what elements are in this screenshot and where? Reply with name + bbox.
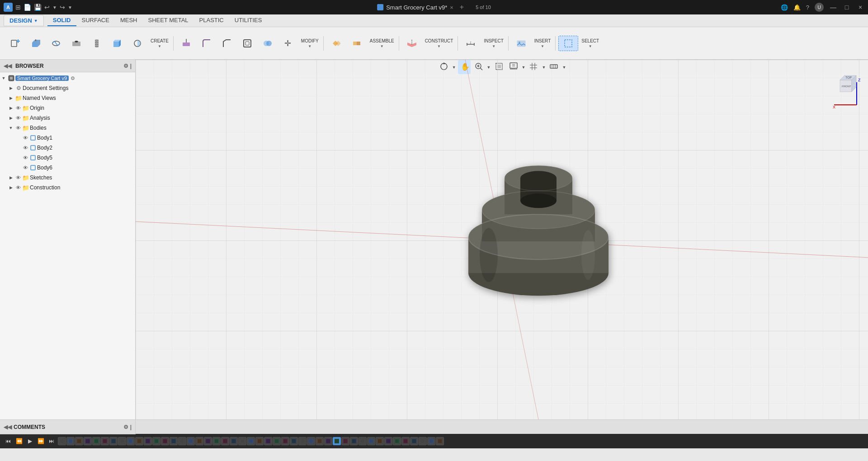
analysis-toggle[interactable]: ▶ (7, 114, 14, 122)
offset-plane-btn[interactable] (402, 36, 422, 51)
timeline-step-15[interactable] (187, 437, 195, 445)
root-settings-icon[interactable]: ⚙ (71, 75, 75, 81)
insert-dropdown-btn[interactable]: INSERT ▼ (532, 37, 554, 50)
maximize-btn[interactable]: □ (843, 3, 851, 11)
timeline-step-17[interactable] (204, 437, 212, 445)
named-views-toggle[interactable]: ▶ (7, 94, 14, 102)
construction-visibility-icon[interactable]: 👁 (14, 184, 22, 191)
undo-icon[interactable]: ↩ (44, 4, 50, 11)
assemble-dropdown-btn[interactable]: ASSEMBLE ▼ (367, 37, 397, 50)
browser-settings-icon[interactable]: ⚙ (123, 63, 128, 69)
back-arrow2-icon[interactable]: ◀◀ (4, 424, 12, 430)
body1-visibility-icon[interactable]: 👁 (22, 134, 29, 141)
timeline-step-13[interactable] (170, 437, 178, 445)
shell-btn[interactable] (237, 36, 257, 51)
timeline-step-16[interactable] (195, 437, 203, 445)
tree-item-sketches[interactable]: ▶ 👁 📁 Sketches (0, 173, 135, 183)
timeline-step-1[interactable] (66, 437, 75, 445)
undo-dropdown-icon[interactable]: ▼ (52, 5, 57, 10)
chamfer-btn[interactable] (217, 36, 237, 51)
body6-visibility-icon[interactable]: 👁 (22, 164, 29, 171)
bodies-visibility-icon[interactable]: 👁 (14, 124, 22, 132)
design-button[interactable]: DESIGN ▼ (4, 15, 44, 26)
construct-dropdown-btn[interactable]: CONSTRUCT ▼ (422, 37, 456, 50)
origin-visibility-icon[interactable]: 👁 (14, 104, 22, 112)
comments-settings-icon[interactable]: ⚙ (123, 424, 128, 430)
timeline-step-23[interactable] (255, 437, 264, 445)
notifications-icon[interactable]: 🔔 (793, 4, 801, 11)
comments-expand-icon[interactable]: | (130, 424, 132, 430)
save-icon[interactable]: 💾 (34, 4, 42, 11)
move-btn[interactable]: ✛ (278, 36, 298, 51)
timeline-step-24[interactable] (264, 437, 272, 445)
timeline-step-38[interactable] (384, 437, 392, 445)
help-icon[interactable]: ? (806, 4, 809, 11)
timeline-step-8[interactable] (127, 437, 135, 445)
timeline-step-32[interactable] (333, 437, 341, 445)
tab-utilities[interactable]: UTILITIES (229, 15, 268, 26)
timeline-step-14[interactable] (178, 437, 186, 445)
timeline-step-0[interactable] (58, 437, 66, 445)
insert-image-btn[interactable] (511, 36, 531, 51)
tree-item-origin[interactable]: ▶ 👁 📁 Origin (0, 103, 135, 113)
back-arrow-icon[interactable]: ◀◀ (4, 63, 12, 69)
measure-btn[interactable] (461, 36, 481, 51)
tab-sheet-metal[interactable]: SHEET METAL (142, 15, 193, 26)
tree-item-named-views[interactable]: ▶ 📁 Named Views (0, 93, 135, 103)
joint2-btn[interactable] (347, 36, 367, 51)
timeline-step-41[interactable] (410, 437, 418, 445)
tab-solid[interactable]: SOLID (47, 15, 76, 26)
timeline-play-btn[interactable]: ▶ (25, 437, 34, 446)
create-dropdown-btn[interactable]: CREATE ▼ (148, 37, 171, 50)
timeline-step-25[interactable] (273, 437, 281, 445)
tree-item-doc-settings[interactable]: ▶ ⚙ Document Settings (0, 83, 135, 93)
origin-toggle[interactable]: ▶ (7, 104, 14, 112)
timeline-step-26[interactable] (281, 437, 289, 445)
combine-btn[interactable] (258, 36, 278, 51)
doc-settings-toggle[interactable]: ▶ (7, 85, 14, 92)
fillet-btn[interactable] (197, 36, 217, 51)
timeline-step-36[interactable] (367, 437, 375, 445)
minimize-btn[interactable]: — (829, 3, 837, 11)
timeline-step-9[interactable] (135, 437, 143, 445)
bodies-toggle[interactable]: ▼ (7, 124, 14, 132)
tree-item-body1[interactable]: 👁 Body1 (0, 133, 135, 143)
timeline-step-10[interactable] (144, 437, 152, 445)
tab-plastic[interactable]: PLASTIC (194, 15, 229, 26)
tab-surface[interactable]: SURFACE (76, 15, 115, 26)
extrude-btn[interactable] (26, 36, 46, 51)
timeline-step-22[interactable] (247, 437, 255, 445)
timeline-step-19[interactable] (221, 437, 229, 445)
timeline-prev-btn[interactable]: ⏪ (14, 437, 24, 446)
file-menu-icon[interactable]: 📄 (24, 4, 31, 11)
sketches-toggle[interactable]: ▶ (7, 174, 14, 181)
timeline-step-33[interactable] (341, 437, 349, 445)
timeline-step-27[interactable] (290, 437, 298, 445)
tab-add-btn[interactable]: + (460, 3, 464, 11)
redo-dropdown-icon[interactable]: ▼ (68, 5, 72, 10)
timeline-step-30[interactable] (316, 437, 324, 445)
analysis-visibility-icon[interactable]: 👁 (14, 114, 22, 122)
timeline-step-2[interactable] (75, 437, 83, 445)
body5-visibility-icon[interactable]: 👁 (22, 154, 29, 161)
tab-mesh[interactable]: MESH (115, 15, 143, 26)
select-btn[interactable] (558, 36, 578, 51)
timeline-step-6[interactable] (109, 437, 118, 445)
construction-toggle[interactable]: ▶ (7, 184, 14, 191)
box-btn[interactable] (107, 36, 127, 51)
hole-btn[interactable] (66, 36, 86, 51)
tree-item-body6[interactable]: 👁 Body6 (0, 163, 135, 173)
press-pull-btn[interactable] (176, 36, 196, 51)
timeline-step-43[interactable] (427, 437, 435, 445)
sketches-visibility-icon[interactable]: 👁 (14, 174, 22, 181)
timeline-step-42[interactable] (419, 437, 427, 445)
timeline-step-7[interactable] (118, 437, 126, 445)
timeline-step-3[interactable] (84, 437, 92, 445)
timeline-step-29[interactable] (307, 437, 315, 445)
timeline-step-37[interactable] (376, 437, 384, 445)
timeline-step-34[interactable] (350, 437, 358, 445)
modify-dropdown-btn[interactable]: MODIFY ▼ (298, 37, 321, 50)
profile-icon[interactable]: U (815, 3, 824, 12)
timeline-step-12[interactable] (161, 437, 169, 445)
body2-visibility-icon[interactable]: 👁 (22, 144, 29, 151)
